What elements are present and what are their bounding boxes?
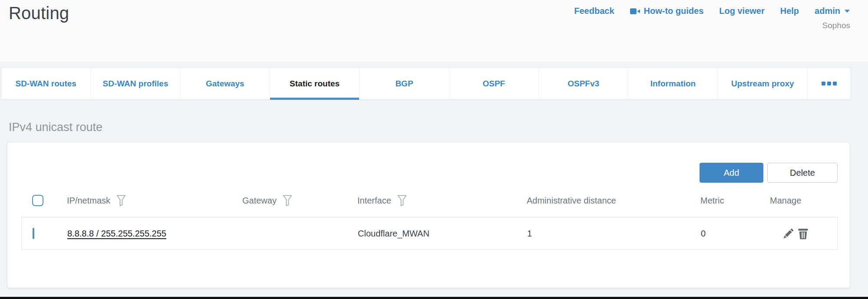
delete-button[interactable]: Delete <box>767 163 838 183</box>
ellipsis-icon <box>833 82 837 85</box>
column-header-metric: Metric <box>699 196 768 206</box>
column-header-gateway: Gateway <box>241 195 356 207</box>
column-label: Interface <box>357 196 391 206</box>
column-label: Metric <box>700 196 724 206</box>
cell-ip-netmask: 8.8.8.8 / 255.255.255.255 <box>66 229 241 239</box>
top-nav: Feedback How-to guides Log viewer Help a… <box>574 6 850 16</box>
help-link[interactable]: Help <box>780 6 799 16</box>
edit-route-button[interactable] <box>782 228 794 240</box>
column-header-manage: Manage <box>768 196 838 206</box>
tab-ospfv3[interactable]: OSPFv3 <box>538 68 628 99</box>
tab-gateways[interactable]: Gateways <box>180 68 270 99</box>
tab-label: OSPF <box>482 79 505 89</box>
bottom-edge-bar <box>0 297 868 299</box>
tab-label: Information <box>650 79 696 89</box>
chevron-down-icon <box>844 9 850 13</box>
ellipsis-icon <box>827 82 831 85</box>
user-menu[interactable]: admin <box>815 6 850 16</box>
tab-label: BGP <box>395 79 413 89</box>
cell-administrative-distance: 1 <box>525 229 699 239</box>
toolbar: Add Delete <box>21 163 838 183</box>
select-all-checkbox[interactable] <box>32 195 43 206</box>
page-title: Routing <box>9 3 69 23</box>
tab-label: SD-WAN profiles <box>103 79 168 89</box>
table-header-row: IP/netmask Gateway Interface Administrat… <box>21 187 838 214</box>
tab-label: OSPFv3 <box>568 79 599 89</box>
add-button[interactable]: Add <box>700 163 763 183</box>
tab-bgp[interactable]: BGP <box>359 68 449 99</box>
org-label: Sophos <box>822 21 850 30</box>
cell-interface: Cloudflare_MWAN <box>356 229 525 239</box>
column-header-ip-netmask: IP/netmask <box>65 195 241 207</box>
table-row: 8.8.8.8 / 255.255.255.255 Cloudflare_MWA… <box>21 217 838 250</box>
help-label: Help <box>780 6 799 16</box>
section-heading: IPv4 unicast route <box>9 121 868 134</box>
feedback-link[interactable]: Feedback <box>574 6 614 16</box>
tab-information[interactable]: Information <box>628 68 717 99</box>
funnel-icon[interactable] <box>116 195 126 207</box>
tab-sd-wan-routes[interactable]: SD-WAN routes <box>1 68 90 99</box>
page-header: Routing Feedback How-to guides Log viewe… <box>0 0 868 62</box>
funnel-icon[interactable] <box>397 195 407 207</box>
column-label: Administrative distance <box>527 196 616 206</box>
tab-label: Gateways <box>206 79 244 89</box>
routes-card: Add Delete IP/netmask Gateway Interface … <box>7 142 850 288</box>
header-checkbox-cell <box>21 195 65 206</box>
column-label: Gateway <box>242 196 277 206</box>
howto-guides-link[interactable]: How-to guides <box>630 6 704 16</box>
ellipsis-icon <box>822 82 825 85</box>
tab-static-routes[interactable]: Static routes <box>270 68 359 99</box>
tab-label: Upstream proxy <box>731 79 794 89</box>
column-header-interface: Interface <box>356 195 525 207</box>
column-header-administrative-distance: Administrative distance <box>525 196 699 206</box>
howto-guides-label: How-to guides <box>644 6 704 16</box>
cell-metric: 0 <box>699 229 769 239</box>
user-menu-label: admin <box>815 6 840 16</box>
row-checkbox-cell <box>22 229 66 239</box>
feedback-link-label: Feedback <box>574 6 614 16</box>
cell-manage <box>769 228 837 240</box>
column-label: Manage <box>770 196 801 206</box>
pencil-icon <box>782 228 794 240</box>
delete-route-button[interactable] <box>798 228 809 240</box>
log-viewer-link[interactable]: Log viewer <box>719 6 764 16</box>
tab-bar: SD-WAN routes SD-WAN profiles Gateways S… <box>1 67 851 100</box>
column-label: IP/netmask <box>67 196 110 206</box>
tab-upstream-proxy[interactable]: Upstream proxy <box>718 68 807 99</box>
tab-sd-wan-profiles[interactable]: SD-WAN profiles <box>90 68 180 99</box>
log-viewer-label: Log viewer <box>719 6 764 16</box>
more-tabs-button[interactable] <box>807 68 851 99</box>
row-checkbox[interactable] <box>33 228 34 239</box>
route-link[interactable]: 8.8.8.8 / 255.255.255.255 <box>67 229 166 238</box>
trash-icon <box>798 228 809 240</box>
funnel-icon[interactable] <box>283 195 292 207</box>
tab-ospf[interactable]: OSPF <box>449 68 538 99</box>
video-camera-icon <box>630 8 640 15</box>
tab-label: Static routes <box>290 79 340 89</box>
tab-label: SD-WAN routes <box>15 79 76 89</box>
